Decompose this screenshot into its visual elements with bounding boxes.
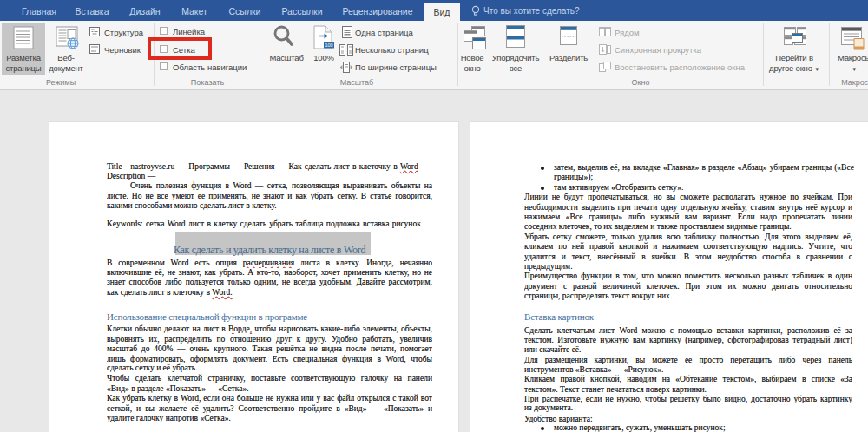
svg-text:100: 100 <box>325 43 332 48</box>
